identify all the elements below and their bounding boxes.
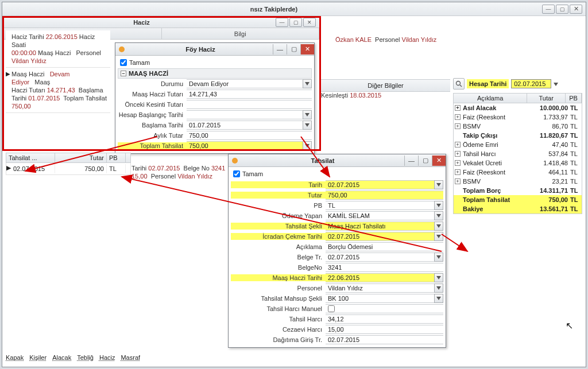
acct-row[interactable]: +Faiz (Reeskont1.733,97TL (454, 112, 582, 122)
foy-max[interactable]: ▢ (287, 44, 300, 55)
dropdown-icon[interactable] (434, 211, 443, 220)
diger-bilgiler-header: Diğer Bilgiler (321, 79, 450, 92)
haciz-item-2[interactable]: ▶ Maaş Haczi Devam Ediyor Maaş Haczi Tut… (6, 68, 110, 113)
acct-row[interactable]: Takip Çıkışı11.820,67TL (454, 131, 582, 140)
foy-title: Föy Haciz (128, 46, 273, 53)
main-titlebar: nsız Takiplerde) — ▢ ✕ (2, 2, 586, 16)
kesinlesti: Kesinleşti 18.03.2015 (321, 92, 381, 99)
dropdown-icon[interactable] (434, 222, 443, 231)
hesap-tarihi-label: Hesap Tarihi (467, 79, 509, 88)
menu-kapak[interactable]: Kapak (6, 354, 24, 364)
grid-h1[interactable]: Tahsilat ... (6, 153, 55, 162)
foy-close[interactable]: ✕ (300, 44, 314, 55)
acct-row[interactable]: +Ödeme Emri47,40TL (454, 140, 582, 149)
search-icon[interactable] (453, 78, 465, 90)
tah-min[interactable]: — (404, 156, 418, 166)
grid-h3[interactable]: PB (107, 153, 126, 162)
dropdown-icon[interactable] (434, 283, 443, 293)
dropdown-icon[interactable] (303, 79, 312, 88)
acct-body: +Asıl Alacak10.000,00TL+Faiz (Reeskont1.… (453, 103, 582, 214)
grid-row[interactable]: ▶ 02.07.2015 750,00 TL (6, 163, 131, 175)
main-window: nsız Takiplerde) — ▢ ✕ Haciz — ▢ ✕ Haciz… (2, 2, 586, 367)
hesap-dd[interactable] (554, 80, 558, 87)
hesap-bar: Hesap Tarihi 02.07.2015 (453, 78, 582, 90)
menu-kisiler[interactable]: Kişiler (29, 354, 47, 364)
tah-tamam-check[interactable] (233, 170, 240, 177)
app-icon (119, 46, 125, 52)
main-title: nsız Takiplerde) (6, 6, 542, 13)
dropdown-icon[interactable] (434, 201, 443, 210)
minimize-button[interactable]: — (542, 5, 555, 14)
dropdown-icon[interactable] (303, 141, 312, 150)
dropdown-icon[interactable] (303, 121, 312, 130)
haciz-item-1[interactable]: Haciz Tarihi 22.06.2015 Haciz Saati 00:0… (6, 30, 110, 68)
summary-block: Tarihi 02.07.2015 Belge No 3241 15,00 Pe… (131, 164, 226, 180)
haciz-title: Haciz (7, 19, 276, 26)
acct-row[interactable]: +Vekalet Ücreti1.418,48TL (454, 158, 582, 168)
mouse-cursor: ↖ (566, 320, 573, 331)
dropdown-icon[interactable] (434, 273, 443, 282)
tab-bilgi[interactable]: Bilgi (162, 28, 320, 39)
menu-masraf[interactable]: Masraf (121, 354, 140, 364)
foy-haciz-window: Föy Haciz — ▢ ✕ Tamam −MAAŞ HACZİ Durumu… (115, 42, 315, 154)
hesap-tarihi-value[interactable]: 02.07.2015 (511, 79, 551, 88)
dropdown-icon[interactable] (434, 180, 443, 189)
foy-min[interactable]: — (273, 44, 287, 55)
svg-line-1 (460, 85, 462, 87)
haciz-min[interactable]: — (276, 18, 288, 27)
dropdown-icon[interactable] (434, 294, 443, 303)
dropdown-icon[interactable] (434, 232, 443, 241)
dropdown-icon[interactable] (303, 110, 312, 119)
hacizler-list: Haciz Tarihi 22.06.2015 Haciz Saati 00:0… (6, 30, 110, 139)
acct-row[interactable]: +Tahsil Harcı537,84TL (454, 149, 582, 158)
tahsilat-window: Tahsilat — ▢ ✕ Tamam Tarih02.07.2015Tuta… (228, 154, 446, 348)
menu-alacak[interactable]: Alacak (52, 354, 71, 364)
acct-row[interactable]: +BSMV86,70TL (454, 122, 582, 131)
close-button[interactable]: ✕ (570, 5, 582, 14)
tahsilat-title: Tahsilat (241, 157, 404, 164)
svg-point-0 (457, 81, 461, 86)
foy-group[interactable]: −MAAŞ HACZİ (118, 68, 312, 79)
maximize-button[interactable]: ▢ (556, 5, 568, 14)
acct-row[interactable]: +Faiz (Reeskont464,11TL (454, 168, 582, 177)
tah-close[interactable]: ✕ (432, 156, 446, 166)
menu-haciz[interactable]: Haciz (99, 354, 115, 364)
haciz-close[interactable]: ✕ (303, 18, 316, 27)
acct-row[interactable]: Bakiye13.561,71TL (454, 204, 582, 213)
tahsilat-grid: Tahsilat ... Tutar PB ▶ 02.07.2015 750,0… (6, 153, 131, 175)
menu-teblig[interactable]: Tebliğ (77, 354, 94, 364)
top-right-info: Özkan KALE Personel Vildan Yıldız (335, 36, 436, 43)
acct-row[interactable]: Toplam Tahsilat750,00TL (454, 195, 582, 204)
tah-max[interactable]: ▢ (418, 156, 432, 166)
bottom-menu: Kapak Kişiler Alacak Tebliğ Haciz Masraf (6, 354, 140, 364)
acct-row[interactable]: +BSMV23,21TL (454, 177, 582, 186)
dropdown-icon[interactable] (434, 253, 443, 262)
acct-header: Açıklama Tutar PB (453, 93, 582, 103)
foy-tamam-label: Tamam (129, 59, 150, 66)
grid-h2[interactable]: Tutar (55, 153, 107, 162)
app-icon (232, 158, 238, 164)
foy-tamam-check[interactable] (120, 59, 127, 66)
acct-row[interactable]: +Asıl Alacak10.000,00TL (454, 103, 582, 112)
haciz-max[interactable]: ▢ (289, 18, 302, 27)
acct-row[interactable]: Toplam Borç14.311,71TL (454, 186, 582, 195)
